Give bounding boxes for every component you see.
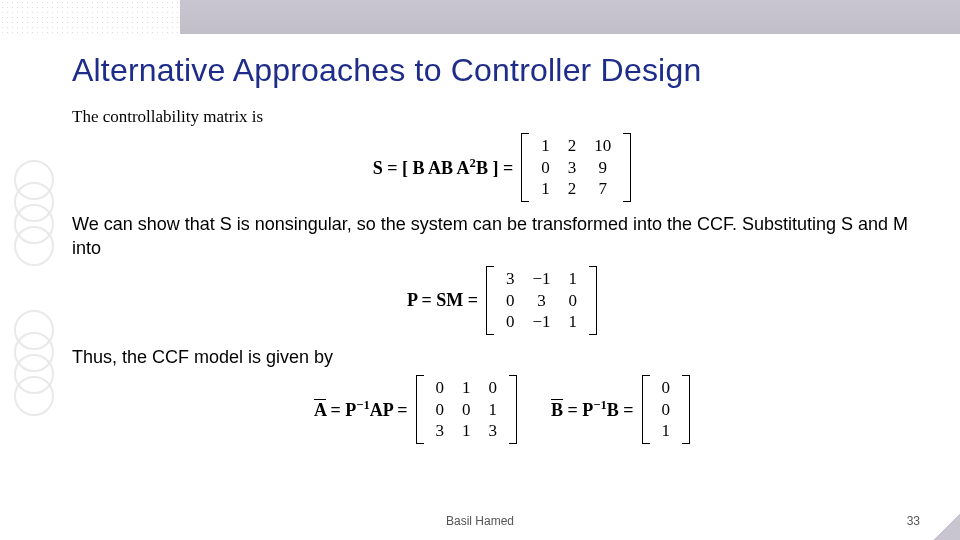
eq3-a-lhs: A = P−1AP = bbox=[314, 398, 408, 421]
header-band bbox=[0, 0, 960, 34]
matrix-abar: 010 001 313 bbox=[416, 375, 518, 444]
footer-author: Basil Hamed bbox=[0, 514, 960, 528]
page-title: Alternative Approaches to Controller Des… bbox=[72, 52, 932, 89]
side-rings-lower bbox=[14, 310, 64, 416]
header-solid bbox=[180, 0, 960, 34]
equation-ab: A = P−1AP = 010 001 313 B = P−1B = 0 0 1 bbox=[72, 375, 932, 444]
eq3-b-lhs: B = P−1B = bbox=[551, 398, 634, 421]
equation-s: S = [ B AB A2B ] = 1210 039 127 bbox=[72, 133, 932, 202]
footer-page-number: 33 bbox=[907, 514, 920, 528]
side-rings-upper bbox=[14, 160, 64, 266]
paragraph-1: We can show that S is nonsingular, so th… bbox=[72, 212, 932, 261]
eq2-lhs: P = SM = bbox=[407, 290, 478, 311]
matrix-bbar: 0 0 1 bbox=[642, 375, 691, 444]
eq1-lhs: S = [ B AB A2B ] = bbox=[373, 158, 513, 178]
equation-p: P = SM = 3−11 030 0−11 bbox=[72, 266, 932, 335]
slide-content: Alternative Approaches to Controller Des… bbox=[72, 52, 932, 454]
matrix-s: 1210 039 127 bbox=[521, 133, 631, 202]
paragraph-2: Thus, the CCF model is given by bbox=[72, 345, 932, 369]
matrix-p: 3−11 030 0−11 bbox=[486, 266, 597, 335]
intro-line: The controllability matrix is bbox=[72, 107, 932, 127]
header-dots bbox=[0, 0, 180, 34]
corner-fold-icon bbox=[934, 514, 960, 540]
